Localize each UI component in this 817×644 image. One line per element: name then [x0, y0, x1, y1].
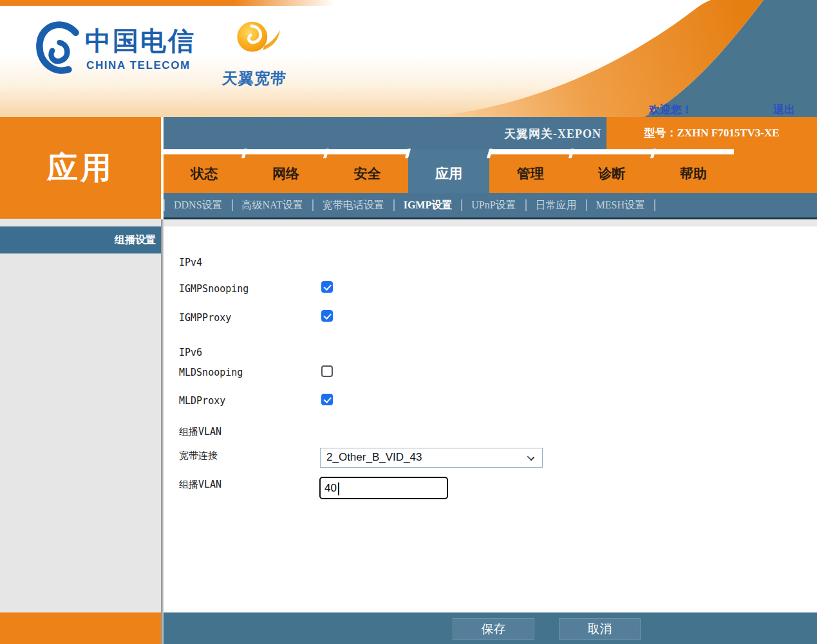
submenu-separator: [393, 199, 395, 211]
tab-management[interactable]: 管理: [489, 154, 571, 193]
model-number: 型号：ZXHN F7015TV3-XE: [606, 117, 817, 149]
igmp-snooping-checkbox[interactable]: [321, 281, 333, 293]
text-caret: [338, 483, 339, 495]
tianyi-broadband-name: 天翼宽带: [212, 68, 297, 89]
tianyi-broadband-logo: 天翼宽带: [212, 17, 296, 87]
submenu-mesh[interactable]: MESH设置: [587, 199, 654, 212]
submenu-separator: [164, 199, 165, 211]
igmp-settings-panel: IPv4 IGMPSnooping IGMPProxy IPv6 MLDSnoo…: [164, 226, 817, 612]
submenu-separator: [586, 199, 587, 211]
mld-proxy-label: MLDProxy: [179, 395, 225, 407]
model-box: 型号：ZXHN F7015TV3-XE: [606, 117, 817, 149]
submenu-daily-app[interactable]: 日常应用: [527, 199, 586, 212]
submenu-separator: [525, 199, 527, 211]
tab-help[interactable]: 帮助: [653, 154, 735, 193]
tab-security[interactable]: 安全: [326, 154, 408, 193]
tab-status[interactable]: 状态: [164, 154, 245, 193]
submenu-broadband-phone[interactable]: 宽带电话设置: [314, 199, 393, 212]
mld-proxy-checkbox[interactable]: [321, 394, 333, 405]
save-button[interactable]: 保存: [453, 618, 534, 640]
bottom-action-bar: 保存 取消: [164, 612, 817, 644]
mld-snooping-checkbox[interactable]: [321, 365, 333, 377]
multicast-vlan-section-label: 组播VLAN: [179, 426, 221, 438]
multicast-vlan-input[interactable]: 40: [319, 477, 448, 499]
main-tab-bar: 状态 网络 安全 应用 管理 诊断 帮助: [164, 154, 817, 193]
tianyi-swirl-icon: [230, 17, 281, 67]
broadband-connection-label: 宽带连接: [179, 450, 218, 462]
submenu-separator: [654, 199, 655, 211]
top-accent-strip: [0, 0, 335, 6]
igmp-proxy-checkbox[interactable]: [321, 310, 333, 322]
submenu-advanced-nat[interactable]: 高级NAT设置: [233, 199, 312, 212]
chevron-down-icon: [527, 454, 534, 461]
ipv6-section-label: IPv6: [179, 347, 202, 358]
tab-network[interactable]: 网络: [245, 154, 327, 193]
submenu-separator: [312, 199, 314, 211]
mld-snooping-label: MLDSnooping: [179, 367, 243, 378]
tab-top-strip-right: [734, 149, 817, 154]
submenu-ddns[interactable]: DDNS设置: [165, 199, 232, 212]
welcome-link[interactable]: 欢迎您！: [649, 102, 693, 117]
submenu-separator: [461, 199, 462, 211]
submenu-separator: [232, 199, 233, 211]
tab-diagnosis[interactable]: 诊断: [571, 154, 653, 193]
sidebar-section-title: 应用: [0, 117, 161, 219]
content-top-band: [164, 219, 817, 226]
submenu-igmp[interactable]: IGMP设置: [395, 199, 462, 212]
sub-menu-bar: DDNS设置 高级NAT设置 宽带电话设置 IGMP设置 UPnP设置 日常应用…: [164, 193, 817, 219]
multicast-vlan-value: 40: [324, 482, 337, 495]
gateway-name: 天翼网关-XEPON: [504, 126, 601, 142]
banner: 中国电信 CHINA TELECOM 天翼宽带 欢迎您！ 退出: [0, 0, 817, 117]
tab-application[interactable]: 应用: [408, 154, 490, 193]
china-telecom-name-en: CHINA TELECOM: [86, 59, 191, 72]
router-admin-page: 中国电信 CHINA TELECOM 天翼宽带 欢迎您！ 退出: [0, 0, 817, 644]
broadband-connection-select[interactable]: 2_Other_B_VID_43: [320, 448, 543, 468]
china-telecom-logo: 中国电信 CHINA TELECOM: [36, 18, 229, 87]
broadband-connection-value: 2_Other_B_VID_43: [326, 451, 422, 464]
sidebar: 应用 组播设置: [0, 117, 161, 612]
igmp-proxy-label: IGMPProxy: [179, 312, 231, 324]
sidebar-item-multicast-settings[interactable]: 组播设置: [0, 226, 161, 253]
multicast-vlan-field-label: 组播VLAN: [179, 479, 221, 491]
china-telecom-name-cn: 中国电信: [85, 23, 196, 59]
logout-link[interactable]: 退出: [773, 102, 795, 117]
sidebar-bottom-strip: [0, 612, 161, 644]
cancel-button[interactable]: 取消: [559, 618, 641, 640]
ipv4-section-label: IPv4: [179, 257, 202, 268]
title-bar: 天翼网关-XEPON 型号：ZXHN F7015TV3-XE: [164, 117, 817, 149]
igmp-snooping-label: IGMPSnooping: [179, 283, 249, 295]
submenu-upnp[interactable]: UPnP设置: [462, 199, 525, 212]
china-telecom-logo-icon: [36, 19, 81, 81]
